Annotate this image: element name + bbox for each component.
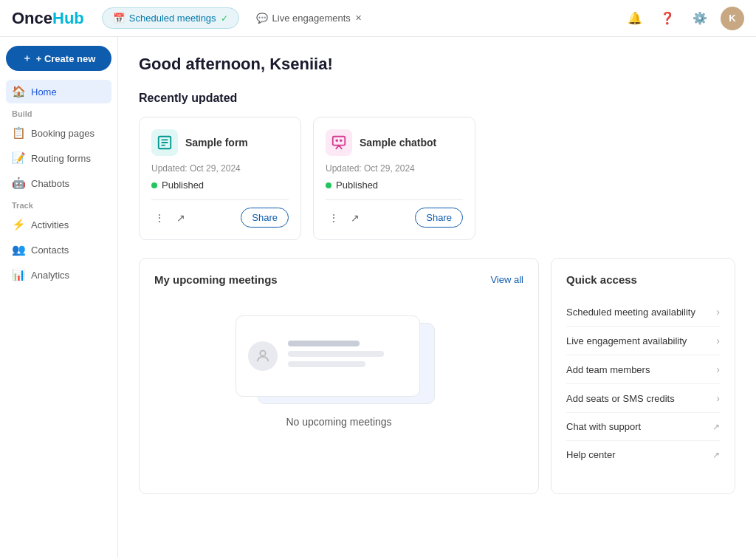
card-chatbot-divider bbox=[326, 199, 463, 200]
svg-point-5 bbox=[336, 140, 337, 141]
booking-icon: 📋 bbox=[12, 126, 25, 140]
chatbot-card-icon bbox=[326, 129, 352, 156]
form-status-dot bbox=[151, 182, 157, 188]
home-icon: 🏠 bbox=[12, 85, 25, 98]
svg-rect-4 bbox=[333, 137, 346, 146]
quick-access-panel: Quick access Scheduled meeting availabil… bbox=[551, 258, 735, 494]
nav-right: 🔔 ❓ ⚙️ K bbox=[623, 7, 744, 30]
sidebar-contacts-label: Contacts bbox=[31, 245, 69, 256]
sidebar-item-contacts[interactable]: 👥 Contacts bbox=[6, 238, 111, 262]
top-nav: OnceHub 📅 Scheduled meetings ✓ 💬 Live en… bbox=[0, 0, 756, 37]
bottom-row: My upcoming meetings View all bbox=[139, 258, 735, 494]
quick-help-label: Help center bbox=[566, 449, 615, 460]
card-form-header: Sample form bbox=[151, 129, 289, 156]
quick-meeting-avail-label: Scheduled meeting availability bbox=[566, 307, 695, 318]
user-avatar[interactable]: K bbox=[721, 7, 744, 30]
live-icon: 💬 bbox=[256, 13, 268, 24]
contacts-icon: 👥 bbox=[12, 243, 25, 256]
quick-live-avail-arrow: › bbox=[716, 335, 720, 346]
empty-card-lines bbox=[288, 341, 408, 372]
greeting-text: Good afternoon, Kseniia! bbox=[139, 55, 735, 74]
analytics-icon: 📊 bbox=[12, 268, 25, 281]
view-all-button[interactable]: View all bbox=[490, 274, 523, 285]
sidebar-item-chatbots[interactable]: 🤖 Chatbots bbox=[6, 171, 111, 195]
no-meetings-text: No upcoming meetings bbox=[286, 416, 391, 428]
chatbots-icon: 🤖 bbox=[12, 177, 25, 190]
empty-card-avatar bbox=[248, 341, 278, 371]
card-chatbot-updated: Updated: Oct 29, 2024 bbox=[326, 163, 463, 174]
create-new-button[interactable]: ＋ + Create new bbox=[6, 46, 111, 71]
tab-live-label: Live engagements bbox=[272, 13, 351, 24]
quick-item-team-members[interactable]: Add team members › bbox=[566, 355, 720, 384]
svg-point-7 bbox=[260, 351, 265, 356]
notifications-button[interactable]: 🔔 bbox=[623, 7, 647, 30]
logo[interactable]: OnceHub bbox=[12, 9, 84, 28]
live-close-icon: ✕ bbox=[355, 13, 362, 23]
help-button[interactable]: ❓ bbox=[656, 7, 679, 30]
sidebar-chatbots-label: Chatbots bbox=[31, 178, 69, 189]
quick-item-help-center[interactable]: Help center ↗ bbox=[566, 441, 720, 468]
activities-icon: ⚡ bbox=[12, 218, 25, 231]
quick-item-live-avail[interactable]: Live engagement availability › bbox=[566, 327, 720, 355]
settings-button[interactable]: ⚙️ bbox=[688, 7, 712, 30]
sidebar: ＋ + Create new 🏠 Home Build 📋 Booking pa… bbox=[0, 37, 118, 557]
form-external-link-icon[interactable]: ↗ bbox=[173, 209, 188, 227]
layout: ＋ + Create new 🏠 Home Build 📋 Booking pa… bbox=[0, 37, 756, 557]
form-card-icon bbox=[151, 129, 178, 156]
empty-line-1 bbox=[288, 351, 384, 357]
chatbot-external-link-icon[interactable]: ↗ bbox=[348, 209, 362, 227]
form-more-icon[interactable]: ⋮ bbox=[151, 209, 168, 227]
create-label: + Create new bbox=[36, 53, 96, 64]
quick-item-chat-support[interactable]: Chat with support ↗ bbox=[566, 413, 720, 441]
card-chatbot-status: Published bbox=[326, 180, 463, 191]
logo-text: OnceHub bbox=[12, 9, 84, 28]
plus-icon: ＋ bbox=[22, 52, 32, 65]
quick-chat-external-icon: ↗ bbox=[712, 422, 720, 432]
card-chatbot-header: Sample chatbot bbox=[326, 129, 463, 156]
form-share-button[interactable]: Share bbox=[241, 208, 289, 228]
track-section-label: Track bbox=[6, 197, 111, 211]
empty-card-visual bbox=[236, 315, 442, 404]
chatbot-more-icon[interactable]: ⋮ bbox=[326, 209, 342, 227]
routing-icon: 📝 bbox=[12, 151, 25, 165]
main-content: Good afternoon, Kseniia! Recently update… bbox=[118, 37, 756, 557]
empty-line-title bbox=[288, 341, 360, 346]
card-sample-chatbot: Sample chatbot Updated: Oct 29, 2024 Pub… bbox=[313, 117, 475, 240]
upcoming-meetings-panel: My upcoming meetings View all bbox=[139, 258, 539, 494]
sidebar-analytics-label: Analytics bbox=[31, 270, 69, 281]
sidebar-item-home[interactable]: 🏠 Home bbox=[6, 80, 111, 103]
quick-chat-label: Chat with support bbox=[566, 421, 641, 432]
empty-card-main bbox=[236, 315, 420, 397]
tab-live-engagements[interactable]: 💬 Live engagements ✕ bbox=[245, 7, 373, 29]
card-form-divider bbox=[151, 199, 289, 200]
chatbot-share-button[interactable]: Share bbox=[415, 208, 463, 228]
chatbot-status-label: Published bbox=[336, 180, 378, 191]
svg-point-6 bbox=[340, 140, 342, 141]
quick-help-external-icon: ↗ bbox=[712, 450, 720, 460]
recently-updated-title: Recently updated bbox=[139, 92, 735, 105]
card-chatbot-name: Sample chatbot bbox=[360, 137, 436, 148]
sidebar-item-activities[interactable]: ⚡ Activities bbox=[6, 213, 111, 236]
sidebar-item-analytics[interactable]: 📊 Analytics bbox=[6, 263, 111, 287]
sidebar-item-booking[interactable]: 📋 Booking pages bbox=[6, 121, 111, 145]
quick-live-avail-label: Live engagement availability bbox=[566, 335, 687, 346]
build-section-label: Build bbox=[6, 105, 111, 120]
tab-scheduled-label: Scheduled meetings bbox=[129, 13, 216, 24]
sidebar-home-label: Home bbox=[31, 86, 57, 98]
card-form-actions: ⋮ ↗ Share bbox=[151, 208, 289, 228]
card-form-status: Published bbox=[151, 180, 289, 191]
quick-team-arrow: › bbox=[716, 363, 720, 375]
card-sample-form: Sample form Updated: Oct 29, 2024 Publis… bbox=[139, 117, 301, 240]
quick-team-label: Add team members bbox=[566, 364, 650, 375]
tab-scheduled-meetings[interactable]: 📅 Scheduled meetings ✓ bbox=[102, 7, 239, 29]
sidebar-item-routing[interactable]: 📝 Routing forms bbox=[6, 146, 111, 170]
check-icon: ✓ bbox=[221, 13, 228, 24]
quick-item-seats-credits[interactable]: Add seats or SMS credits › bbox=[566, 384, 720, 413]
calendar-icon: 📅 bbox=[113, 13, 125, 24]
quick-access-title: Quick access bbox=[566, 273, 720, 286]
quick-seats-label: Add seats or SMS credits bbox=[566, 393, 675, 404]
form-icon-svg bbox=[157, 134, 173, 151]
quick-meeting-avail-arrow: › bbox=[716, 306, 720, 318]
card-form-name: Sample form bbox=[185, 137, 248, 148]
quick-item-meeting-avail[interactable]: Scheduled meeting availability › bbox=[566, 298, 720, 327]
